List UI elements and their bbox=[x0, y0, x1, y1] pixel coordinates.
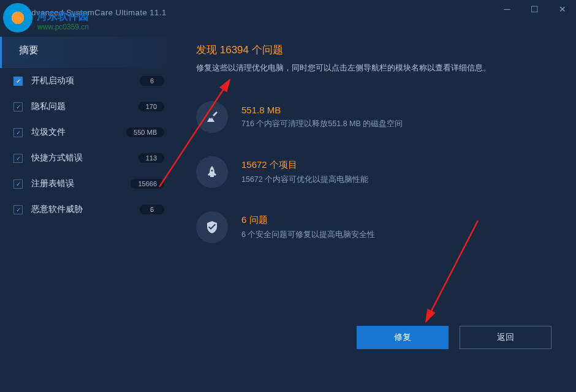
checkbox-icon[interactable]: ✓ bbox=[13, 128, 23, 137]
sidebar-item-label: 快捷方式错误 bbox=[31, 153, 138, 164]
count-badge: 113 bbox=[138, 153, 164, 163]
subheadline: 修复这些以清理优化电脑，同时您可以点击左侧导航栏的模块名称以查看详细信息。 bbox=[196, 63, 551, 74]
broom-icon bbox=[196, 101, 228, 133]
count-badge: 6 bbox=[140, 205, 164, 214]
sidebar-item-label: 恶意软件威胁 bbox=[31, 204, 140, 215]
minimize-button[interactable]: ─ bbox=[493, 0, 521, 18]
count-badge: 170 bbox=[138, 102, 164, 111]
checkbox-icon[interactable]: ✓ bbox=[13, 205, 23, 214]
card-desc: 6 个安全问题可修复以提高电脑安全性 bbox=[241, 230, 551, 240]
card-title: 551.8 MB bbox=[241, 105, 551, 115]
sidebar-item-privacy[interactable]: ✓ 隐私问题 170 bbox=[0, 94, 178, 119]
app-title: Advanced SystemCare Ultimate 11.1 bbox=[26, 8, 167, 17]
sidebar-header[interactable]: 摘要 bbox=[0, 37, 178, 68]
card-title: 15672 个项目 bbox=[241, 159, 551, 171]
sidebar-item-label: 开机启动项 bbox=[31, 75, 140, 86]
back-button[interactable]: 返回 bbox=[460, 326, 551, 349]
checkbox-icon[interactable]: ✓ bbox=[13, 102, 23, 111]
count-badge: 6 bbox=[140, 76, 164, 86]
count-badge: 15666 bbox=[131, 179, 164, 189]
checkbox-icon[interactable]: ✓ bbox=[13, 154, 23, 163]
headline: 发现 16394 个问题 bbox=[196, 43, 551, 57]
result-card-cleanup[interactable]: 551.8 MB 716 个内容可清理以释放551.8 MB 的磁盘空间 bbox=[196, 101, 551, 133]
card-title: 6 问题 bbox=[241, 214, 551, 226]
card-desc: 15672 个内容可优化以提高电脑性能 bbox=[241, 175, 551, 185]
sidebar-item-junk[interactable]: ✓ 垃圾文件 550 MB bbox=[0, 119, 178, 145]
app-icon bbox=[7, 6, 20, 18]
result-card-optimize[interactable]: 15672 个项目 15672 个内容可优化以提高电脑性能 bbox=[196, 156, 551, 188]
sidebar-item-malware[interactable]: ✓ 恶意软件威胁 6 bbox=[0, 197, 178, 222]
svg-point-0 bbox=[10, 9, 17, 15]
sidebar: 摘要 ✓ 开机启动项 6 ✓ 隐私问题 170 ✓ 垃圾文件 550 MB ✓ … bbox=[0, 24, 178, 392]
count-badge: 550 MB bbox=[126, 127, 164, 137]
window-titlebar: Advanced SystemCare Ultimate 11.1 ─ ☐ ✕ bbox=[0, 0, 576, 24]
checkbox-icon[interactable]: ✓ bbox=[13, 77, 23, 86]
sidebar-item-label: 注册表错误 bbox=[31, 178, 131, 189]
close-button[interactable]: ✕ bbox=[548, 0, 576, 18]
fix-button[interactable]: 修复 bbox=[357, 326, 449, 349]
sidebar-item-startup[interactable]: ✓ 开机启动项 6 bbox=[0, 68, 178, 94]
result-card-security[interactable]: 6 问题 6 个安全问题可修复以提高电脑安全性 bbox=[196, 211, 551, 243]
shield-icon bbox=[196, 211, 228, 243]
sidebar-item-label: 垃圾文件 bbox=[31, 127, 126, 138]
sidebar-item-label: 隐私问题 bbox=[31, 101, 138, 112]
card-desc: 716 个内容可清理以释放551.8 MB 的磁盘空间 bbox=[241, 119, 551, 129]
main-content: 发现 16394 个问题 修复这些以清理优化电脑，同时您可以点击左侧导航栏的模块… bbox=[178, 24, 576, 392]
rocket-icon bbox=[196, 156, 228, 188]
sidebar-item-registry[interactable]: ✓ 注册表错误 15666 bbox=[0, 171, 178, 197]
maximize-button[interactable]: ☐ bbox=[521, 0, 548, 18]
checkbox-icon[interactable]: ✓ bbox=[13, 179, 23, 189]
sidebar-item-shortcut[interactable]: ✓ 快捷方式错误 113 bbox=[0, 145, 178, 171]
